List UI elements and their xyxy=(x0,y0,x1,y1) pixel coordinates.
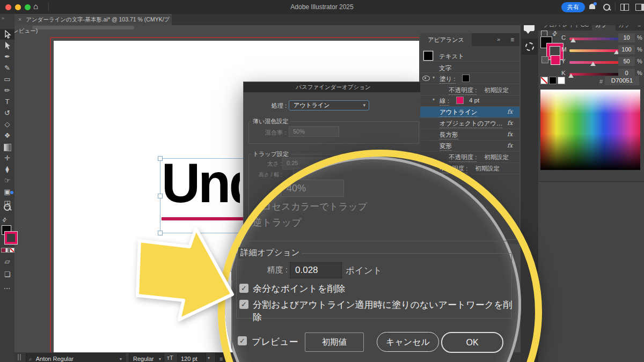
opacity-value[interactable]: 初期設定 xyxy=(484,86,509,94)
effect-row-outline[interactable]: アウトライン xyxy=(440,108,478,117)
draw-mode-icon[interactable]: ▱ xyxy=(0,256,14,267)
defaults-button[interactable]: 初期値 xyxy=(305,333,364,352)
workspace-icon[interactable] xyxy=(620,4,629,11)
fx-icon[interactable]: fx xyxy=(507,131,513,138)
chevron-down-icon[interactable]: ▾ xyxy=(433,97,435,102)
opacity-label[interactable]: 不透明度 : xyxy=(449,153,477,162)
cancel-button[interactable]: キャンセル xyxy=(377,332,439,352)
more-tools-icon[interactable]: ⋯ xyxy=(0,283,14,294)
font-family-value: Anton Regular xyxy=(34,356,74,362)
eyedropper-tool[interactable]: ⧫ xyxy=(0,164,14,175)
channel-value[interactable]: 10 xyxy=(618,33,635,42)
process-dropdown[interactable]: アウトライン ▾ xyxy=(289,100,369,110)
close-tab-icon[interactable]: × xyxy=(13,16,26,23)
fx-icon[interactable]: fx xyxy=(507,120,513,127)
appearance-tab[interactable]: アピアランス xyxy=(420,33,472,46)
chevron-down-icon[interactable]: ▾ xyxy=(208,356,210,360)
panel-menu-icon[interactable]: ≡ xyxy=(510,36,514,43)
dialog-title: パスファインダーオプション xyxy=(244,82,423,92)
adjust-panel-button[interactable] xyxy=(522,39,538,55)
hand-tool[interactable]: ☞ xyxy=(0,175,14,186)
mesh-tool[interactable]: ✛ xyxy=(0,153,14,164)
selection-handle[interactable] xyxy=(158,156,163,161)
fill-swatch[interactable] xyxy=(462,75,470,82)
selection-handle[interactable] xyxy=(158,194,163,198)
ok-button[interactable]: OK xyxy=(441,332,503,353)
slider-thumb[interactable] xyxy=(570,38,576,42)
shape-builder-tool[interactable]: ❖ xyxy=(0,130,14,141)
slider-track[interactable] xyxy=(569,38,619,40)
opacity-label[interactable]: 不透明度 : xyxy=(449,86,477,95)
opacity-label[interactable]: 不透明度 : xyxy=(440,165,467,173)
slider-track[interactable] xyxy=(569,49,619,52)
paragraph-align-icon[interactable]: ≡ xyxy=(215,353,229,362)
comments-icon-tail xyxy=(526,31,530,34)
opacity-value[interactable]: 初期設定 xyxy=(475,165,500,173)
row-separator xyxy=(420,140,519,141)
precision-field[interactable]: 0.028 xyxy=(290,262,342,278)
curvature-tool[interactable]: ✎ xyxy=(0,63,14,73)
paintbrush-tool[interactable]: ✏ xyxy=(0,85,14,96)
preview-checkbox[interactable]: ✓ xyxy=(238,336,247,345)
font-size-value: 120 pt xyxy=(178,356,197,362)
artwork-text[interactable]: Und xyxy=(162,155,240,211)
none-mode-icon[interactable] xyxy=(10,248,14,253)
horizontal-scrollbar[interactable] xyxy=(32,26,134,29)
chevron-down-icon[interactable]: ▾ xyxy=(433,75,435,80)
direct-selection-tool[interactable] xyxy=(0,40,14,51)
panel-layout-icon[interactable] xyxy=(635,4,644,11)
type-tool[interactable]: T xyxy=(0,97,14,107)
row-separator xyxy=(420,72,519,73)
rectangle-tool[interactable]: ▭ xyxy=(0,74,14,85)
font-size-field[interactable]: 120 pt xyxy=(177,353,206,362)
effect-row-transform[interactable]: 変形 xyxy=(440,142,452,151)
gradient-tool[interactable] xyxy=(0,142,14,152)
zoom-tool[interactable] xyxy=(4,204,11,211)
chevron-down-icon[interactable]: ▾ xyxy=(120,354,122,362)
visibility-eye-icon[interactable] xyxy=(422,76,430,81)
font-family-field[interactable]: ⌕ Anton Regular ▾ xyxy=(26,353,126,362)
appearance-row-text[interactable]: テキスト xyxy=(439,53,464,61)
screen-mode-icon[interactable]: ❏ xyxy=(0,269,14,280)
stroke-weight[interactable]: 4 pt xyxy=(469,97,479,104)
rotate-tool[interactable]: ↺ xyxy=(0,108,14,119)
row-separator xyxy=(420,151,519,152)
percent-sign: % xyxy=(637,34,642,41)
channel-value[interactable]: 100 xyxy=(618,45,635,54)
stroke-row-label[interactable]: 線 : xyxy=(440,97,449,106)
selection-tool[interactable] xyxy=(0,29,14,40)
search-icon[interactable] xyxy=(603,4,610,11)
mix-rate-field[interactable]: 50% xyxy=(289,126,339,137)
slider-thumb[interactable] xyxy=(590,62,596,66)
appearance-row-characters[interactable]: 文字 xyxy=(439,64,451,72)
collapse-panel-icon[interactable]: » xyxy=(497,36,500,42)
color-spectrum[interactable] xyxy=(540,90,640,170)
fx-icon[interactable]: fx xyxy=(507,142,513,149)
effect-row-rectangle[interactable]: 長方形 xyxy=(440,131,458,139)
remove-unpainted-checkbox[interactable]: ✓ xyxy=(239,300,248,309)
document-tab[interactable]: ×アンダーラインの文字-基本形.ai* @ 103.71 % (CMYK/プレビ… xyxy=(13,14,172,25)
collapse-dock-icon[interactable]: » xyxy=(2,16,4,21)
swap-fill-stroke-icon[interactable]: ⇄ xyxy=(1,216,8,224)
chevron-down-icon[interactable]: ▾ xyxy=(159,354,161,362)
opacity-value[interactable]: 初期設定 xyxy=(484,153,509,161)
effect-row-object-outline[interactable]: オブジェクトのアウ… xyxy=(440,120,502,128)
share-button[interactable]: 共有 xyxy=(561,2,585,12)
grip xyxy=(20,354,21,360)
reduce-field[interactable]: 40% xyxy=(281,180,344,197)
remove-points-checkbox[interactable]: ✓ xyxy=(239,284,248,293)
channel-value[interactable]: 50 xyxy=(618,57,635,66)
slider-track[interactable] xyxy=(569,73,619,76)
fx-icon[interactable]: fx xyxy=(507,108,513,115)
font-style-field[interactable]: Regular ▾ xyxy=(129,353,164,362)
pen-tool[interactable]: ✒ xyxy=(0,51,14,62)
stroke-swatch[interactable] xyxy=(456,97,464,104)
fill-row-label[interactable]: 塗り : xyxy=(440,75,456,84)
selection-handle[interactable] xyxy=(158,231,163,235)
hex-value-field[interactable]: D70051 xyxy=(605,76,639,85)
font-style-value: Regular xyxy=(129,356,154,362)
stroke-proxy[interactable] xyxy=(5,232,17,244)
eraser-tool[interactable]: ◇ xyxy=(0,119,14,130)
slider-thumb[interactable] xyxy=(568,73,574,78)
channel-label: Y xyxy=(561,58,566,64)
